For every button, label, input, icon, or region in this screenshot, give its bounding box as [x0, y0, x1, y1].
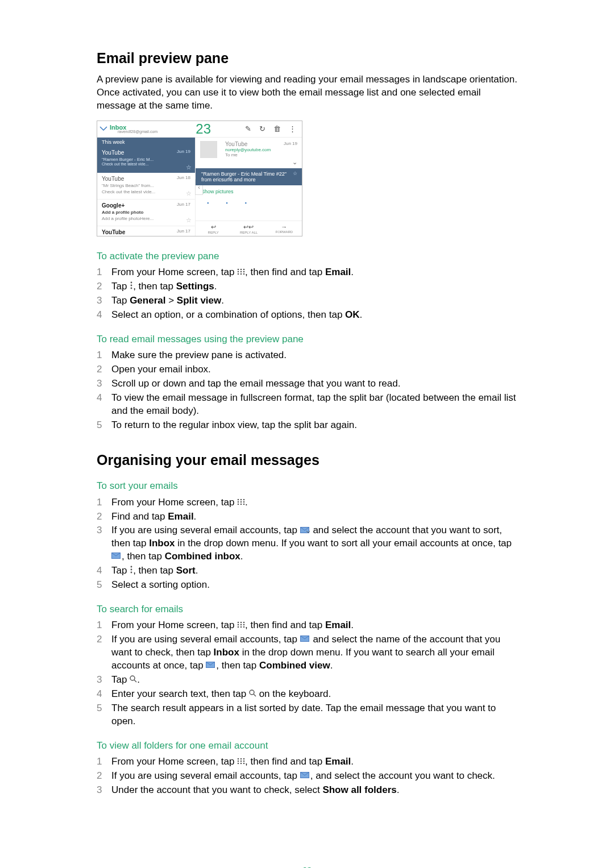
- svg-point-29: [238, 624, 239, 626]
- apps-grid-icon: [237, 755, 245, 769]
- svg-point-27: [240, 622, 242, 624]
- step: From your Home screen, tap , then find a…: [97, 755, 517, 769]
- procedure-steps: Make sure the preview pane is activated.…: [97, 349, 517, 432]
- email-row: YouTube Jun 18 "Mr Strings Beach" from..…: [97, 173, 195, 200]
- svg-point-44: [238, 761, 239, 762]
- overflow-icon: ⋮: [289, 124, 296, 133]
- envelope-dropdown-icon: [300, 633, 310, 646]
- svg-point-23: [131, 566, 132, 568]
- svg-line-40: [254, 694, 256, 696]
- svg-point-25: [131, 572, 132, 574]
- svg-point-43: [243, 758, 245, 760]
- step: Open your email inbox.: [97, 363, 517, 376]
- step: Tap , then tap Sort.: [97, 564, 517, 578]
- svg-point-33: [240, 626, 242, 628]
- week-header: This week: [97, 138, 195, 147]
- svg-point-10: [131, 285, 132, 286]
- envelope-dropdown-icon: [206, 659, 216, 672]
- email-subject-bar: "Ramen Burger - Eric Meal Time #22" from…: [196, 168, 302, 185]
- step: From your Home screen, tap .: [97, 496, 517, 509]
- search-icon: [249, 688, 256, 701]
- svg-point-16: [240, 501, 242, 502]
- svg-point-15: [238, 501, 239, 502]
- image-placeholder: ▪: [207, 200, 209, 206]
- svg-point-6: [238, 273, 239, 275]
- svg-point-19: [240, 503, 242, 505]
- svg-point-13: [240, 499, 242, 500]
- svg-point-28: [243, 622, 245, 624]
- svg-point-39: [250, 690, 254, 695]
- svg-point-3: [238, 271, 239, 273]
- svg-point-32: [238, 626, 239, 628]
- image-placeholder: ▪: [226, 200, 227, 206]
- procedure-title: To view all folders for one email accoun…: [97, 740, 517, 752]
- step: The search result appears in a list sort…: [97, 702, 517, 728]
- svg-point-4: [240, 271, 242, 273]
- svg-point-7: [240, 273, 242, 275]
- step: Enter your search text, then tap on the …: [97, 688, 517, 701]
- email-row: Google+ Jun 17 Add a profile photo Add a…: [97, 200, 195, 226]
- email-preview-screenshot: Inbox ravendf28@gmail.com 23 ✎ ↻ 🗑 ⋮ Thi…: [97, 121, 302, 236]
- page-number: 63: [97, 865, 517, 868]
- step: From your Home screen, tap , then find a…: [97, 619, 517, 632]
- step: To return to the regular inbox view, tap…: [97, 419, 517, 432]
- star-icon: ☆: [186, 164, 192, 171]
- svg-point-46: [243, 761, 245, 762]
- chevron-down-icon: ⌄: [292, 159, 297, 166]
- svg-point-24: [131, 569, 132, 571]
- inbox-account-email: ravendf28@gmail.com: [118, 130, 157, 134]
- svg-point-26: [238, 622, 239, 624]
- svg-point-20: [243, 503, 245, 505]
- email-row: YouTube Jun 17 "SPEED (Card Game)" fr...: [97, 226, 195, 236]
- email-row-selected: YouTube Jun 19 "Ramen Burger - Eric M...…: [97, 147, 195, 173]
- svg-point-2: [243, 269, 245, 271]
- reply-button: ↩REPLY: [196, 221, 231, 236]
- svg-point-9: [131, 282, 132, 284]
- star-icon: ☆: [186, 190, 192, 197]
- envelope-dropdown-icon: [111, 550, 122, 563]
- apps-grid-icon: [237, 496, 245, 509]
- step: Tap General > Split view.: [97, 294, 517, 308]
- envelope-dropdown-icon: [300, 525, 310, 538]
- step: If you are using several email accounts,…: [97, 633, 517, 672]
- procedure-title: To read email messages using the preview…: [97, 333, 517, 346]
- svg-point-31: [243, 624, 245, 626]
- svg-line-38: [134, 680, 136, 682]
- svg-point-12: [238, 499, 239, 500]
- step: Scroll up or down and tap the email mess…: [97, 377, 517, 391]
- section-title: Email preview pane: [97, 50, 517, 67]
- procedure-title: To activate the preview pane: [97, 250, 517, 263]
- compose-icon: ✎: [245, 124, 251, 133]
- step: Under the account that you want to check…: [97, 784, 517, 797]
- svg-point-37: [130, 676, 135, 680]
- svg-point-49: [243, 763, 245, 765]
- procedure-title: To search for emails: [97, 603, 517, 616]
- procedure-steps: From your Home screen, tap , then find a…: [97, 266, 517, 322]
- svg-point-47: [238, 763, 239, 765]
- envelope-dropdown-icon: [300, 770, 310, 783]
- step: Find and tap Email.: [97, 510, 517, 524]
- svg-point-45: [240, 761, 242, 762]
- delete-icon: 🗑: [273, 124, 281, 133]
- refresh-icon: ↻: [259, 124, 265, 133]
- forward-button: →FORWARD: [267, 221, 302, 236]
- svg-point-41: [238, 758, 239, 760]
- svg-point-1: [240, 269, 242, 271]
- step: Select an option, or a combination of op…: [97, 309, 517, 322]
- svg-point-18: [238, 503, 239, 505]
- avatar: [200, 141, 217, 158]
- show-pictures-link: Show pictures: [196, 185, 302, 198]
- search-icon: [130, 674, 137, 687]
- svg-point-42: [240, 758, 242, 760]
- svg-point-5: [243, 271, 245, 273]
- step: Make sure the preview pane is activated.: [97, 349, 517, 362]
- svg-point-0: [238, 269, 239, 271]
- svg-point-11: [131, 288, 132, 289]
- star-icon: ☆: [186, 217, 192, 224]
- svg-point-14: [243, 499, 245, 500]
- reply-all-button: ↩↩REPLY ALL: [231, 221, 266, 236]
- unread-count: 23: [196, 121, 211, 137]
- step: From your Home screen, tap , then find a…: [97, 266, 517, 279]
- section-title: Organising your email messages: [97, 452, 517, 468]
- svg-point-17: [243, 501, 245, 502]
